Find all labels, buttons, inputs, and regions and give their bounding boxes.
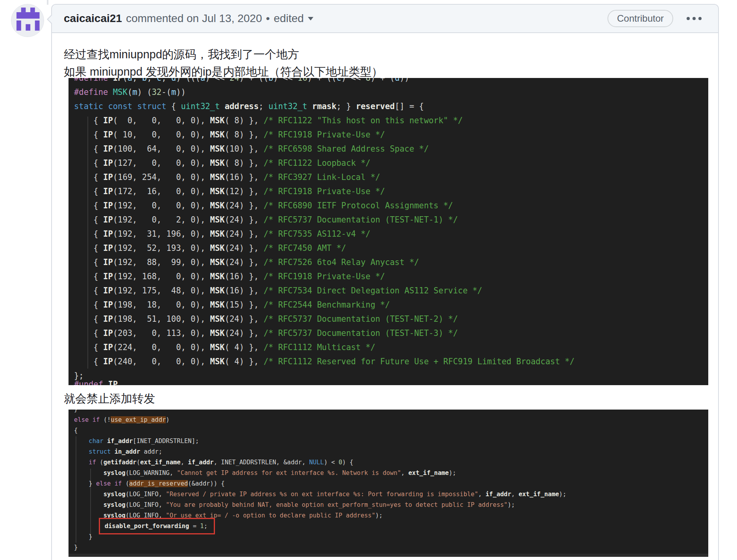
page: caicaicai21 commented on Jul 13, 2020 • … <box>0 0 737 560</box>
code-line: { IP(203, 0, 113, 0), MSK(24) }, /* RFC5… <box>74 326 703 340</box>
code-line: static const struct { uint32_t address; … <box>74 99 703 113</box>
code-line: else if (!use_ext_ip_addr) <box>74 415 703 425</box>
code-line: #define MSK(m) (32-(m)) <box>74 85 703 99</box>
paragraph-intro: 经过查找miniupnpd的源码，我找到了一个地方 如果 miniupnpd 发… <box>64 46 706 80</box>
code-line: } else if (addr_is_reserved(&addr)) { <box>74 478 703 489</box>
code-line: { IP(192, 168, 0, 0), MSK(16) }, /* RFC1… <box>74 269 703 284</box>
code-screenshot-reserved-addresses[interactable]: #define IP(a, b, c, d) (((a) << 24) + ((… <box>69 78 708 385</box>
avatar[interactable] <box>11 4 44 37</box>
comment-card: caicaicai21 commented on Jul 13, 2020 • … <box>51 4 719 560</box>
kebab-icon <box>687 17 690 20</box>
contributor-badge: Contributor <box>607 10 673 27</box>
code-line: { IP(192, 52, 193, 0), MSK(24) }, /* RFC… <box>74 241 703 255</box>
code-line: } <box>74 410 703 415</box>
code-line: { IP(192, 0, 0, 0), MSK(24) }, /* RFC689… <box>74 198 703 213</box>
paragraph-conclusion: 就会禁止添加转发 <box>64 390 706 407</box>
paragraph-line: 经过查找miniupnpd的源码，我找到了一个地方 <box>64 48 299 61</box>
edited-dropdown[interactable]: edited <box>274 12 313 25</box>
code-line: char if_addr[INET_ADDRSTRLEN]; <box>74 436 703 447</box>
kebab-menu-button[interactable] <box>686 15 702 22</box>
meta-dot: • <box>266 12 270 25</box>
code-line: { IP( 0, 0, 0, 0), MSK( 8) }, /* RFC1122… <box>74 113 703 128</box>
code-line: { IP(169, 254, 0, 0), MSK(16) }, /* RFC3… <box>74 170 703 184</box>
code-line: syslog(LOG_INFO, "Reserved / private IP … <box>74 489 703 500</box>
code-line: { IP(198, 18, 0, 0), MSK(15) }, /* RFC25… <box>74 298 703 312</box>
code-line: { IP( 10, 0, 0, 0), MSK( 8) }, /* RFC191… <box>74 128 703 142</box>
code-line: { IP(172, 16, 0, 0), MSK(12) }, /* RFC19… <box>74 184 703 198</box>
code-line: #define IP(a, b, c, d) (((a) << 24) + ((… <box>74 78 703 85</box>
timeline-line <box>47 0 48 5</box>
comment-header: caicaicai21 commented on Jul 13, 2020 • … <box>52 5 718 33</box>
code-line: { IP(192, 88, 99, 0), MSK(24) }, /* RFC7… <box>74 255 703 269</box>
code-line: if (getifaddr(ext_if_name, if_addr, INET… <box>74 457 703 468</box>
code-line: { IP(192, 175, 48, 0), MSK(16) }, /* RFC… <box>74 284 703 298</box>
code-line: { IP(240, 0, 0, 0), MSK( 4) }, /* RFC111… <box>74 354 703 369</box>
comment-meta: commented on Jul 13, 2020 <box>126 12 262 25</box>
code-line: syslog(LOG_INFO, "You are probably behin… <box>74 500 703 510</box>
code-line: { IP(192, 31, 196, 0), MSK(24) }, /* RFC… <box>74 227 703 241</box>
code-line: syslog(LOG_WARNING, "Cannot get IP addre… <box>74 468 703 478</box>
paragraph-line: 如果 miniupnpd 发现外网的ip是内部地址（符合以下地址类型） <box>64 65 383 78</box>
author-link[interactable]: caicaicai21 <box>64 12 122 25</box>
code-line: { IP(198, 51, 100, 0), MSK(24) }, /* RFC… <box>74 312 703 326</box>
identicon-icon <box>11 4 44 37</box>
code-line: struct in_addr addr; <box>74 447 703 457</box>
edited-label: edited <box>274 12 304 25</box>
code-line: { IP(224, 0, 0, 0), MSK( 4) }, /* RFC111… <box>74 340 703 354</box>
comment-body: 经过查找miniupnpd的源码，我找到了一个地方 如果 miniupnpd 发… <box>52 33 718 560</box>
code-line: { <box>74 425 703 436</box>
code-line: } <box>74 542 703 553</box>
code-line: disable_port_forwarding = 1; <box>74 521 703 532</box>
chevron-down-icon <box>308 17 313 23</box>
code-line: { IP(192, 0, 2, 0), MSK(24) }, /* RFC573… <box>74 213 703 227</box>
code-line: #undef IP <box>74 377 703 385</box>
code-line: } <box>74 532 703 542</box>
code-screenshot-disable-forwarding[interactable]: }else if (!use_ext_ip_addr){ char if_add… <box>69 410 708 557</box>
code-line: { IP(127, 0, 0, 0), MSK( 8) }, /* RFC112… <box>74 156 703 170</box>
code-line: { IP(100, 64, 0, 0), MSK(10) }, /* RFC65… <box>74 142 703 156</box>
